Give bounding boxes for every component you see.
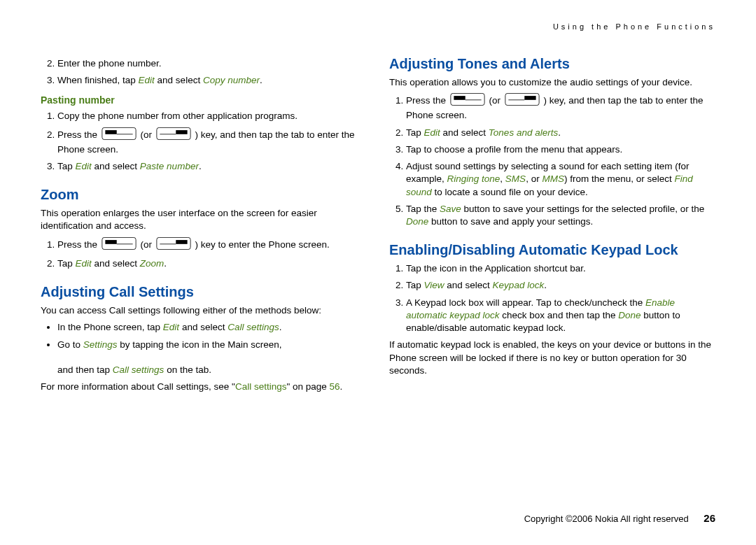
- text: and then tap: [57, 364, 113, 375]
- text: , or: [526, 174, 542, 184]
- text: check box and then tap the: [500, 310, 619, 320]
- text: to locate a sound file on your device.: [432, 187, 588, 197]
- text: ) key to enter the Phone screen.: [195, 239, 330, 250]
- step: Tap the Save button to save your setting…: [406, 203, 715, 228]
- content-columns: Enter the phone number. When finished, t…: [41, 55, 715, 496]
- text: .: [558, 127, 561, 138]
- step: Copy the phone number from other applica…: [57, 110, 367, 122]
- text: .: [164, 258, 167, 269]
- zoom-label: Zoom: [140, 258, 164, 269]
- edit-label: Edit: [139, 75, 155, 85]
- step: Tap Edit and select Paste number.: [57, 160, 367, 173]
- zoom-steps: Press the (or ) key to enter the Phone s…: [41, 237, 367, 270]
- copyright-text: Copyright ©2006 Nokia All right reserved: [524, 514, 689, 524]
- step: Tap the icon in the Application shortcut…: [406, 262, 715, 275]
- page-ref[interactable]: 56: [330, 381, 340, 392]
- text: A Keypad lock box will appear. Tap to ch…: [406, 297, 645, 308]
- mms-label: MMS: [542, 174, 564, 184]
- text: Tap the: [406, 204, 440, 214]
- text: Tap: [406, 127, 424, 138]
- text: In the Phone screen, tap: [57, 322, 163, 332]
- list-item: In the Phone screen, tap Edit and select…: [57, 321, 367, 334]
- list-item: Go to Settings by tapping the icon in th…: [57, 339, 367, 377]
- step: Press the (or ) key, and then tap the ta…: [406, 93, 715, 122]
- softkey-right-icon: [505, 93, 540, 109]
- settings-label: Settings: [83, 339, 118, 350]
- text: and select: [444, 280, 493, 290]
- keypad-lock-label: Keypad lock: [493, 280, 545, 290]
- text: Tap: [406, 280, 424, 290]
- step: A Keypad lock box will appear. Tap to ch…: [406, 297, 715, 335]
- step: Tap View and select Keypad lock.: [406, 279, 715, 292]
- text: on the tab.: [164, 364, 211, 375]
- softkey-left-icon: [102, 237, 136, 253]
- step: When finished, tap Edit and select Copy …: [57, 74, 367, 87]
- step: Press the (or ) key to enter the Phone s…: [57, 237, 367, 253]
- text: button to save your settings for the sel…: [461, 204, 704, 214]
- keypad-lock-note: If automatic keypad lock is enabled, the…: [389, 339, 715, 377]
- text: Tap: [57, 258, 76, 269]
- manual-page: Using the Phone Functions Enter the phon…: [0, 0, 756, 545]
- softkey-right-icon: [156, 237, 191, 253]
- done-label: Done: [618, 310, 640, 320]
- text: by tapping the icon in the Main screen,: [118, 339, 282, 350]
- text: and select: [92, 258, 140, 269]
- softkey-right-icon: [156, 127, 191, 143]
- pasting-number-heading: Pasting number: [41, 94, 367, 107]
- call-settings-label: Call settings: [113, 364, 164, 375]
- step: Press the (or ) key, and then tap the ta…: [57, 127, 367, 156]
- edit-label: Edit: [424, 127, 440, 138]
- text: and select: [179, 322, 227, 332]
- step: Adjust sound settings by selecting a sou…: [406, 160, 715, 199]
- running-header: Using the Phone Functions: [553, 22, 715, 31]
- right-column: Adjusting Tones and Alerts This operatio…: [389, 55, 715, 496]
- adjusting-call-settings-bullets: In the Phone screen, tap Edit and select…: [41, 321, 367, 376]
- copy-number-steps: Enter the phone number. When finished, t…: [41, 57, 367, 87]
- paste-number-label: Paste number: [140, 161, 199, 171]
- save-label: Save: [440, 204, 461, 214]
- edit-label: Edit: [163, 322, 179, 332]
- zoom-intro: This operation enlarges the user interfa…: [41, 207, 367, 232]
- ringing-tone-label: Ringing tone: [447, 174, 500, 184]
- text: and select: [440, 127, 489, 138]
- softkey-left-icon: [450, 93, 485, 109]
- text: and select: [92, 161, 140, 171]
- keypad-steps: Tap the icon in the Application shortcut…: [389, 262, 715, 334]
- call-settings-more-info: For more information about Call settings…: [41, 381, 367, 393]
- text: (or: [141, 129, 155, 140]
- text: and select: [155, 75, 203, 85]
- left-column: Enter the phone number. When finished, t…: [41, 55, 367, 496]
- text: ,: [500, 174, 505, 184]
- edit-label: Edit: [76, 161, 92, 171]
- view-label: View: [424, 280, 444, 290]
- adjusting-tones-intro: This operation allows you to customize t…: [389, 76, 715, 89]
- zoom-heading: Zoom: [41, 185, 367, 204]
- text: .: [199, 161, 202, 171]
- done-label: Done: [406, 216, 428, 227]
- keypad-lock-heading: Enabling/Disabling Automatic Keypad Lock: [389, 241, 715, 260]
- copy-number-label: Copy number: [203, 75, 260, 85]
- text: " on page: [286, 381, 329, 392]
- text: button to save and apply your settings.: [428, 216, 593, 227]
- text: For more information about Call settings…: [41, 381, 235, 392]
- adjusting-call-settings-heading: Adjusting Call Settings: [41, 283, 367, 302]
- sms-label: SMS: [505, 174, 526, 184]
- text: .: [260, 75, 262, 85]
- softkey-left-icon: [102, 127, 136, 143]
- pasting-number-steps: Copy the phone number from other applica…: [41, 110, 367, 173]
- text: When finished, tap: [57, 75, 139, 85]
- call-settings-label: Call settings: [227, 322, 279, 332]
- tones-alerts-label: Tones and alerts: [489, 127, 558, 138]
- text: .: [279, 322, 282, 332]
- call-settings-link[interactable]: Call settings: [235, 381, 287, 392]
- page-footer: Copyright ©2006 Nokia All right reserved…: [524, 512, 715, 524]
- text: .: [340, 381, 343, 392]
- step: Tap Edit and select Tones and alerts.: [406, 127, 715, 139]
- text: (or: [141, 239, 155, 250]
- text: ) from the menu, or select: [564, 174, 675, 184]
- text: Press the: [406, 95, 449, 106]
- text: Go to: [57, 339, 83, 350]
- text: Press the: [57, 129, 100, 140]
- adjusting-tones-heading: Adjusting Tones and Alerts: [389, 55, 715, 73]
- text: Tap: [57, 161, 76, 171]
